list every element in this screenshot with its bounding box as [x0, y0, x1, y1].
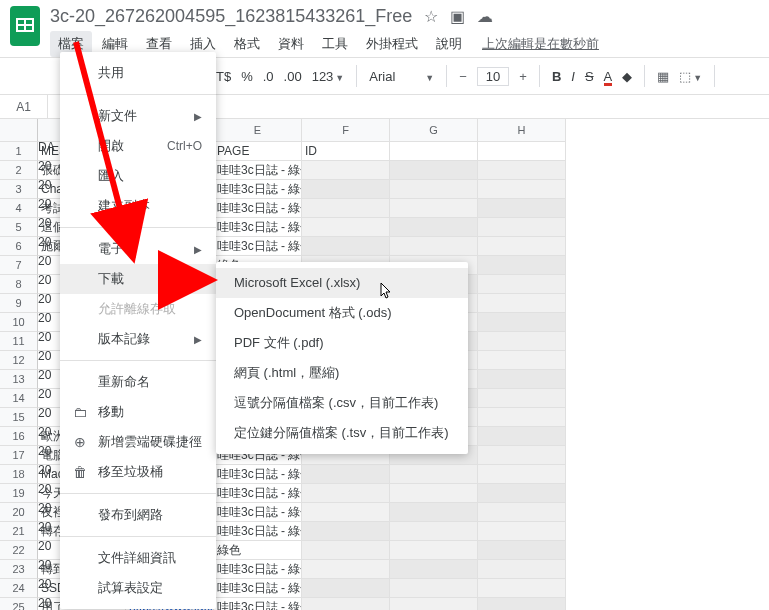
cell[interactable]: 哇哇3c日誌 - 綠色 [214, 161, 302, 180]
star-icon[interactable]: ☆ [424, 7, 438, 26]
merge-button[interactable]: ⬚▼ [679, 69, 702, 84]
row-header[interactable]: 9 [0, 294, 38, 313]
file-publish[interactable]: 發布到網路 [60, 500, 216, 530]
cell[interactable]: 哇哇3c日誌 - 綠色 [214, 218, 302, 237]
cell[interactable]: 哇哇3c日誌 - 綠色 [214, 503, 302, 522]
cell[interactable] [302, 465, 390, 484]
cell[interactable] [302, 199, 390, 218]
cell[interactable] [478, 503, 566, 522]
cell[interactable] [478, 180, 566, 199]
menu-addons[interactable]: 外掛程式 [358, 31, 426, 57]
file-download[interactable]: 下載▶ [60, 264, 216, 294]
cell[interactable] [390, 560, 478, 579]
file-move[interactable]: 🗀移動 [60, 397, 216, 427]
cell[interactable] [390, 598, 478, 610]
file-version[interactable]: 版本記錄▶ [60, 324, 216, 354]
cell[interactable] [302, 218, 390, 237]
cell[interactable] [390, 579, 478, 598]
cell[interactable]: 哇哇3c日誌 - 綠色 [214, 180, 302, 199]
cell[interactable] [390, 180, 478, 199]
cell[interactable] [390, 503, 478, 522]
cell[interactable] [302, 237, 390, 256]
row-header[interactable]: 11 [0, 332, 38, 351]
row-header[interactable]: 8 [0, 275, 38, 294]
row-header[interactable]: 7 [0, 256, 38, 275]
last-edit-link[interactable]: 上次編輯是在數秒前 [482, 35, 599, 53]
dec-decrease[interactable]: .0 [263, 69, 274, 84]
download-xlsx[interactable]: Microsoft Excel (.xlsx) [216, 268, 468, 298]
file-make-copy[interactable]: 建立副本 [60, 191, 216, 221]
row-header[interactable]: 25 [0, 598, 38, 610]
row-header[interactable]: 19 [0, 484, 38, 503]
download-csv[interactable]: 逗號分隔值檔案 (.csv，目前工作表) [216, 388, 468, 418]
cell[interactable] [478, 351, 566, 370]
cell[interactable] [478, 275, 566, 294]
menu-help[interactable]: 說明 [428, 31, 470, 57]
cell[interactable] [478, 579, 566, 598]
cell[interactable] [302, 598, 390, 610]
file-trash[interactable]: 🗑移至垃圾桶 [60, 457, 216, 487]
cell[interactable] [390, 484, 478, 503]
cell[interactable] [478, 427, 566, 446]
row-header[interactable]: 2 [0, 161, 38, 180]
col-header-H[interactable]: H [478, 119, 566, 142]
download-pdf[interactable]: PDF 文件 (.pdf) [216, 328, 468, 358]
cell[interactable] [478, 142, 566, 161]
fontsize-inc[interactable]: + [519, 69, 527, 84]
cell[interactable] [390, 522, 478, 541]
cell[interactable]: 哇哇3c日誌 - 綠色 [214, 579, 302, 598]
cell[interactable] [478, 484, 566, 503]
cell[interactable] [390, 142, 478, 161]
cell[interactable]: PAGE [214, 142, 302, 161]
cell[interactable] [478, 332, 566, 351]
cell[interactable] [302, 541, 390, 560]
fontsize-dec[interactable]: − [459, 69, 467, 84]
file-open[interactable]: 開啟Ctrl+O [60, 131, 216, 161]
col-header-F[interactable]: F [302, 119, 390, 142]
borders-button[interactable]: ▦ [657, 69, 669, 84]
fontsize-value[interactable]: 10 [477, 67, 509, 86]
cell[interactable] [302, 522, 390, 541]
cell[interactable] [302, 180, 390, 199]
cell[interactable]: 哇哇3c日誌 - 綠色 [214, 465, 302, 484]
row-header[interactable]: 15 [0, 408, 38, 427]
row-header[interactable]: 3 [0, 180, 38, 199]
cell[interactable] [478, 199, 566, 218]
cell[interactable] [478, 313, 566, 332]
row-header[interactable]: 23 [0, 560, 38, 579]
bold-button[interactable]: B [552, 69, 561, 84]
menu-format[interactable]: 格式 [226, 31, 268, 57]
cell[interactable] [478, 218, 566, 237]
row-header[interactable]: 6 [0, 237, 38, 256]
cell[interactable] [478, 294, 566, 313]
cell[interactable] [390, 218, 478, 237]
italic-button[interactable]: I [571, 69, 575, 84]
cell[interactable] [302, 503, 390, 522]
menu-tools[interactable]: 工具 [314, 31, 356, 57]
row-header[interactable]: 20 [0, 503, 38, 522]
format-percent[interactable]: % [241, 69, 253, 84]
cell[interactable] [478, 161, 566, 180]
file-shortcut[interactable]: ⊕新增雲端硬碟捷徑 [60, 427, 216, 457]
cell[interactable] [390, 465, 478, 484]
cell[interactable] [302, 484, 390, 503]
cell[interactable] [478, 408, 566, 427]
font-select[interactable]: Arial▼ [369, 69, 434, 84]
menu-data[interactable]: 資料 [270, 31, 312, 57]
cell[interactable]: 哇哇3c日誌 - 綠色 [214, 237, 302, 256]
select-all-corner[interactable] [0, 119, 38, 142]
download-ods[interactable]: OpenDocument 格式 (.ods) [216, 298, 468, 328]
row-header[interactable]: 1 [0, 142, 38, 161]
col-header-E[interactable]: E [214, 119, 302, 142]
cell[interactable] [478, 465, 566, 484]
cell[interactable] [390, 237, 478, 256]
row-header[interactable]: 24 [0, 579, 38, 598]
sheets-logo-icon[interactable] [10, 6, 40, 46]
cell[interactable] [478, 522, 566, 541]
dec-increase[interactable]: .00 [284, 69, 302, 84]
row-header[interactable]: 14 [0, 389, 38, 408]
cell[interactable] [390, 161, 478, 180]
file-new[interactable]: 新文件▶ [60, 101, 216, 131]
cell[interactable]: 綠色 [214, 541, 302, 560]
cell[interactable]: 哇哇3c日誌 - 綠色 [214, 598, 302, 610]
